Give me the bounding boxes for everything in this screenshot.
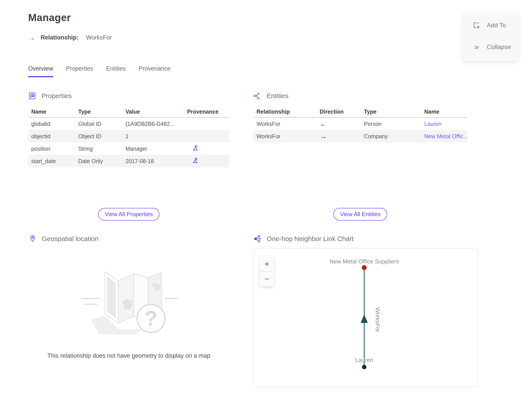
link-chart-section-header: One-hop Neighbor Link Chart — [253, 235, 354, 243]
entity-type: Person — [361, 121, 421, 127]
page-title: Manager — [28, 12, 71, 24]
properties-table-header: Name Type Value Provenance — [28, 106, 229, 118]
edge-arrowhead — [361, 314, 368, 323]
subtitle-label: Relationship: — [41, 34, 78, 41]
properties-section-title: Properties — [41, 92, 72, 100]
properties-icon — [28, 92, 36, 100]
col-value: Value — [122, 109, 184, 115]
prop-type: String — [75, 146, 122, 152]
entities-table: Relationship Direction Type Name WorksFo… — [253, 106, 467, 143]
col-relationship: Relationship — [253, 109, 317, 115]
col-direction: Direction — [317, 109, 361, 115]
view-all-properties-button[interactable]: View All Properties — [98, 208, 159, 221]
geospatial-section-title: Geospatial location — [42, 235, 98, 243]
prop-type: Object ID — [75, 133, 122, 140]
entity-name-link[interactable]: Lauren — [424, 121, 442, 127]
prop-provenance — [184, 157, 229, 165]
entity-name-link[interactable]: New Metal Offic... — [424, 133, 467, 139]
svg-text:?: ? — [145, 306, 157, 330]
edge-label: WorksFor — [374, 307, 381, 332]
geospatial-section-header: Geospatial location — [29, 235, 98, 243]
prop-type: Global ID — [75, 121, 122, 127]
collapse-icon: » — [473, 43, 480, 51]
tab-properties[interactable]: Properties — [66, 65, 93, 77]
actions-card: Add To » Collapse — [463, 12, 518, 61]
map-placeholder-illustration: ? — [28, 263, 229, 337]
collapse-button[interactable]: » Collapse — [473, 43, 518, 51]
zoom-out-button[interactable]: − — [260, 271, 274, 286]
view-all-entities-button[interactable]: View All Entities — [333, 208, 387, 221]
zoom-control: + − — [260, 257, 274, 286]
map-pin-icon — [29, 235, 37, 243]
link-chart-canvas: New Metal Office Suppliers WorksFor Laur… — [253, 248, 478, 387]
table-row: objectid Object ID 1 — [28, 130, 229, 143]
entity-relationship: WorksFor — [253, 133, 317, 140]
relationship-subtitle: → Relationship: WorksFor — [28, 34, 112, 41]
person-node[interactable] — [362, 365, 367, 369]
one-hop-link-chart-panel: New Metal Office Suppliers WorksFor Laur… — [253, 248, 478, 387]
tab-overview[interactable]: Overview — [28, 65, 53, 77]
tab-bar: Overview Properties Entities Provenance — [28, 65, 171, 77]
collapse-label: Collapse — [487, 44, 511, 51]
person-node-label: Lauren — [355, 357, 373, 363]
view-all-properties-row: View All Properties — [28, 208, 229, 221]
tab-entities[interactable]: Entities — [106, 65, 126, 77]
prop-value: 1 — [122, 133, 184, 140]
table-row: globalid Global ID {1A9DB2B6-D482... — [28, 118, 229, 130]
prop-name: globalid — [28, 121, 75, 127]
relationship-arrow-icon: → — [28, 34, 35, 41]
company-node-label: New Metal Office Suppliers — [329, 258, 399, 265]
relationship-detail-page: Manager → Relationship: WorksFor Add To … — [0, 0, 532, 403]
prop-value: {1A9DB2B6-D482... — [122, 121, 184, 127]
provenance-flag-icon[interactable] — [192, 145, 198, 151]
prop-name: position — [28, 146, 75, 152]
prop-name: start_date — [28, 158, 75, 164]
entity-relationship: WorksFor — [253, 121, 317, 127]
add-to-button[interactable]: Add To — [473, 21, 518, 29]
col-name: Name — [421, 109, 467, 115]
prop-provenance — [184, 145, 229, 152]
link-chart-icon — [253, 235, 261, 243]
direction-arrow-icon: ← — [317, 120, 361, 128]
table-row: start_date Date Only 2017-08-18 — [28, 155, 229, 167]
prop-type: Date Only — [75, 158, 122, 164]
entities-table-header: Relationship Direction Type Name — [253, 106, 467, 118]
prop-value: Manager — [122, 146, 184, 152]
direction-arrow-icon: → — [317, 132, 361, 141]
tab-provenance[interactable]: Provenance — [139, 65, 171, 77]
view-all-entities-row: View All Entities — [253, 208, 467, 221]
table-row: WorksFor → Company New Metal Offic... — [253, 130, 467, 143]
table-row: position String Manager — [28, 143, 229, 155]
link-chart-section-title: One-hop Neighbor Link Chart — [267, 235, 354, 243]
zoom-in-button[interactable]: + — [260, 257, 274, 271]
prop-name: objectid — [28, 133, 75, 140]
col-type: Type — [361, 109, 421, 115]
col-name: Name — [28, 109, 75, 115]
properties-table: Name Type Value Provenance globalid Glob… — [28, 106, 229, 167]
subtitle-value: WorksFor — [86, 34, 112, 41]
entities-icon — [253, 92, 261, 100]
entity-type: Company — [361, 133, 421, 140]
add-to-icon — [473, 21, 480, 29]
entities-section-header: Entities — [253, 92, 288, 100]
col-provenance: Provenance — [184, 109, 229, 115]
prop-value: 2017-08-18 — [122, 158, 184, 164]
properties-section-header: Properties — [28, 92, 72, 100]
col-type: Type — [75, 109, 122, 115]
table-row: WorksFor ← Person Lauren — [253, 118, 467, 130]
provenance-flag-icon[interactable] — [192, 157, 198, 163]
map-empty-message: This relationship does not have geometry… — [28, 352, 229, 359]
entities-section-title: Entities — [267, 92, 288, 100]
add-to-label: Add To — [487, 22, 506, 29]
company-node[interactable] — [362, 265, 367, 270]
